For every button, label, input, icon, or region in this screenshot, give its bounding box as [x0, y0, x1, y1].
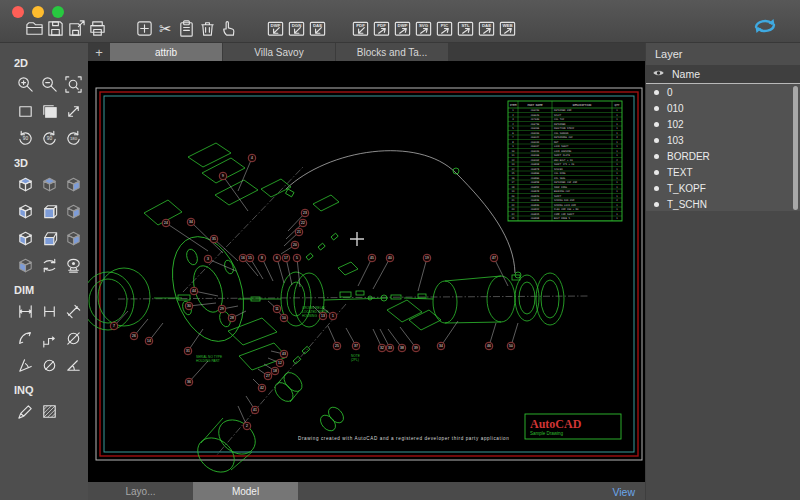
- measure-tool[interactable]: [14, 400, 36, 422]
- layer-row-border[interactable]: BORDER: [646, 148, 800, 164]
- dim-linear-tool[interactable]: [14, 300, 36, 322]
- layer-visible-icon[interactable]: [654, 154, 659, 159]
- touch-select-button[interactable]: [218, 17, 239, 39]
- svg-text:CA6927: CA6927: [531, 145, 540, 148]
- import-dgn-button[interactable]: DGN: [286, 17, 307, 39]
- layer-visible-icon[interactable]: [654, 106, 659, 111]
- layer-row-text[interactable]: TEXT: [646, 164, 800, 180]
- svg-text:24: 24: [164, 221, 168, 225]
- import-dwf-button[interactable]: DWF: [265, 17, 286, 39]
- view-se-iso-tool[interactable]: [38, 227, 60, 249]
- view-sw-iso-tool[interactable]: [14, 227, 36, 249]
- stl-out-icon: STL: [456, 19, 475, 38]
- view-ne-iso-tool[interactable]: [62, 227, 84, 249]
- dim-horizontal-tool[interactable]: [38, 300, 60, 322]
- export-dwf-button[interactable]: DWF: [392, 17, 413, 39]
- dim-arc-tool[interactable]: [14, 327, 36, 349]
- layer-column-header[interactable]: Name: [646, 65, 800, 84]
- save-button[interactable]: [45, 17, 66, 39]
- svg-text:41: 41: [253, 408, 257, 412]
- orbit-tool[interactable]: [38, 254, 60, 276]
- save-as-button[interactable]: [66, 17, 87, 39]
- area-tool[interactable]: [38, 400, 60, 422]
- print-button[interactable]: [87, 17, 108, 39]
- svg-text:2: 2: [246, 424, 248, 428]
- drawing-canvas[interactable]: SERIAL NO TYPEHOLDING PARTCROWN RELAYLOC…: [88, 61, 645, 482]
- orbit-icon: [40, 256, 59, 275]
- dim-aligned-tool[interactable]: [62, 300, 84, 322]
- import-dae-button[interactable]: DAE: [307, 17, 328, 39]
- add-tab-button[interactable]: +: [88, 43, 110, 61]
- zoom-fit-icon: [64, 75, 83, 94]
- layer-visible-icon[interactable]: [654, 90, 659, 95]
- dim-diameter-tool[interactable]: [62, 327, 84, 349]
- layer-row-102[interactable]: 102: [646, 116, 800, 132]
- view-right-tool[interactable]: [62, 200, 84, 222]
- layout-tab-model[interactable]: Model: [193, 482, 298, 500]
- arrow-diagonal-icon: [64, 102, 83, 121]
- layer-row-103[interactable]: 103: [646, 132, 800, 148]
- svg-text:CA6902: CA6902: [531, 159, 540, 162]
- dim-angular-tool[interactable]: [14, 354, 36, 376]
- export-pic-button[interactable]: PIC: [434, 17, 455, 39]
- export-svg-button[interactable]: SVG: [413, 17, 434, 39]
- view-nw-iso-tool[interactable]: [14, 254, 36, 276]
- layer-name-label: T_SCHN: [667, 199, 707, 210]
- zoom-out-tool[interactable]: [38, 73, 60, 95]
- tab-blocks-and-ta-[interactable]: Blocks and Ta...: [336, 43, 448, 61]
- layer-visible-icon[interactable]: [654, 138, 659, 143]
- view-link[interactable]: View: [612, 482, 635, 500]
- zoom-extents-tool[interactable]: [62, 73, 84, 95]
- rect-filled-tool[interactable]: [38, 100, 60, 122]
- export-stl-button[interactable]: STL: [455, 17, 476, 39]
- view-left-tool[interactable]: [14, 200, 36, 222]
- import-pdf-button[interactable]: PDF: [350, 17, 371, 39]
- layout-tab-layo[interactable]: Layo...: [88, 482, 193, 500]
- rect-outline-tool[interactable]: [14, 100, 36, 122]
- main-toolbar: ✂DWFDGNDAEPDFPDFDWFSVGPICSTLDAEWEB: [20, 17, 518, 39]
- layer-visible-icon[interactable]: [654, 186, 659, 191]
- rect-filled-icon: [40, 102, 59, 121]
- sync-button[interactable]: [752, 16, 778, 40]
- layer-visible-icon[interactable]: [654, 170, 659, 175]
- svg-text:CA7630: CA7630: [531, 118, 540, 121]
- delete-button[interactable]: [197, 17, 218, 39]
- rotate-180-tool[interactable]: 180: [62, 127, 84, 149]
- tab-villa-savoy[interactable]: Villa Savoy: [223, 43, 335, 61]
- svg-text:COL TOP: COL TOP: [554, 118, 565, 121]
- open-file-button[interactable]: [24, 17, 45, 39]
- view-back-tool[interactable]: [62, 173, 84, 195]
- cut-button[interactable]: ✂: [155, 17, 176, 39]
- layer-scrollbar[interactable]: [793, 86, 798, 210]
- svg-text:34: 34: [189, 220, 193, 224]
- dim-radius-tool[interactable]: [38, 354, 60, 376]
- dim-angle-tool[interactable]: [62, 354, 84, 376]
- export-dae-button[interactable]: DAE: [476, 17, 497, 39]
- zoom-in-icon: [16, 75, 35, 94]
- layer-row-010[interactable]: 010: [646, 100, 800, 116]
- rot90cw-icon: 90: [16, 129, 35, 148]
- camera-view-tool[interactable]: [62, 254, 84, 276]
- layer-row-t_kopf[interactable]: T_KOPF: [646, 180, 800, 196]
- layer-visible-icon[interactable]: [654, 122, 659, 127]
- add-button[interactable]: [134, 17, 155, 39]
- export-web-button[interactable]: WEB: [497, 17, 518, 39]
- paste-button[interactable]: [176, 17, 197, 39]
- resize-tool[interactable]: [62, 100, 84, 122]
- rotate-cw-90-tool[interactable]: 90: [14, 127, 36, 149]
- svg-text:CA6866: CA6866: [531, 172, 540, 175]
- rotate-ccw-90-tool[interactable]: 90: [38, 127, 60, 149]
- layer-column-label: Name: [672, 68, 700, 80]
- layer-row-t_schn[interactable]: T_SCHN: [646, 196, 800, 212]
- tab-attrib[interactable]: attrib: [110, 43, 222, 61]
- view-top-tool[interactable]: [14, 173, 36, 195]
- dim-ordinate-tool[interactable]: [38, 327, 60, 349]
- svg-text:7: 7: [113, 324, 115, 328]
- view-bottom-tool[interactable]: [38, 173, 60, 195]
- svg-text:SHIFT PLATE: SHIFT PLATE: [554, 154, 570, 157]
- zoom-in-tool[interactable]: [14, 73, 36, 95]
- layer-row-0[interactable]: 0: [646, 84, 800, 100]
- view-front-tool[interactable]: [38, 200, 60, 222]
- export-pdf-button[interactable]: PDF: [371, 17, 392, 39]
- layer-visible-icon[interactable]: [654, 202, 659, 207]
